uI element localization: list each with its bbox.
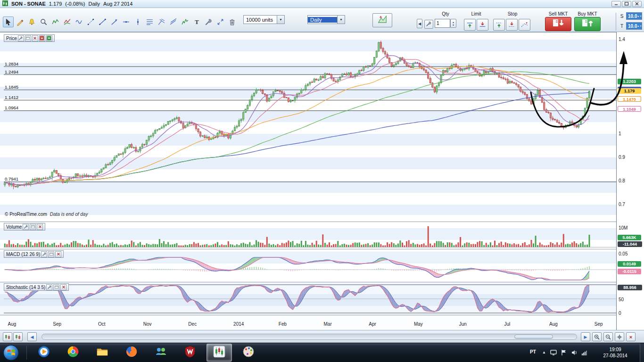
- taskbar-clock[interactable]: 19:09 27-08-2014: [593, 346, 637, 359]
- price-buy-shortcut-icon[interactable]: [46, 35, 52, 41]
- crosshair-button[interactable]: [615, 332, 624, 341]
- chart-pane-volume[interactable]: [0, 222, 616, 248]
- tool-wave-icon[interactable]: [74, 16, 84, 27]
- stop-offset-input[interactable]: 10.0▲▼: [626, 12, 642, 20]
- volume-settings-button[interactable]: [23, 224, 29, 230]
- taskbar-app-explorer[interactable]: [90, 344, 115, 362]
- close-button[interactable]: [632, 1, 642, 7]
- tool-alert-icon[interactable]: [26, 16, 37, 27]
- tool-channel-icon[interactable]: [168, 16, 179, 27]
- buy-market-button[interactable]: [574, 17, 601, 31]
- zoom-in-button[interactable]: [592, 332, 602, 341]
- taskbar-app-firefox[interactable]: [119, 344, 144, 362]
- price-axis[interactable]: 10M 5.663K -11.044 0.05 0.0149 -0.0115 8…: [616, 32, 644, 330]
- stochastic-settings-button[interactable]: [46, 284, 52, 290]
- tool-trend-dotted-icon[interactable]: [85, 16, 96, 27]
- taskbar-divider: [26, 346, 27, 360]
- taskbar-app-mcafee[interactable]: [177, 344, 203, 362]
- show-desktop-button[interactable]: [640, 343, 644, 362]
- tool-pencil-icon[interactable]: [15, 16, 25, 27]
- zoom-out-button[interactable]: [603, 332, 613, 341]
- units-select[interactable]: 10000 units ▼: [243, 15, 285, 24]
- tray-speaker-icon[interactable]: [570, 349, 578, 356]
- price-axis-badge: 1.2203: [618, 79, 641, 84]
- chart-scrollbar-thumb[interactable]: [514, 335, 553, 339]
- tool-text-icon[interactable]: T: [191, 16, 202, 27]
- sell-stop-button[interactable]: [506, 19, 518, 31]
- start-button[interactable]: [3, 345, 19, 362]
- scroll-right-button[interactable]: ▶: [581, 332, 590, 341]
- buy-limit-button[interactable]: [464, 19, 476, 31]
- trade-settings-button[interactable]: [424, 20, 433, 29]
- chrome-icon: [66, 345, 80, 361]
- tool-pitchfork-icon[interactable]: [156, 16, 167, 27]
- app-icon: [2, 0, 8, 7]
- tool-trendline-icon[interactable]: [97, 16, 108, 27]
- price-sell-shortcut-icon[interactable]: [39, 35, 45, 41]
- sell-limit-button[interactable]: [477, 19, 488, 31]
- svg-text:T: T: [195, 19, 199, 25]
- tool-trash-icon[interactable]: [227, 16, 238, 27]
- taskbar-app-paint[interactable]: [236, 344, 261, 362]
- tool-zoom-icon[interactable]: [38, 16, 49, 27]
- tool-zigzag-multi-icon[interactable]: [50, 16, 61, 27]
- chart-style-button[interactable]: [372, 13, 392, 27]
- tray-monitor-icon[interactable]: [550, 349, 557, 356]
- tool-wrench-icon[interactable]: [203, 16, 214, 27]
- tray-expand-icon[interactable]: ▲: [542, 350, 546, 354]
- taskbar-app-prorealtime[interactable]: [206, 344, 232, 362]
- chart-style-icon: [377, 14, 388, 26]
- price-axis-badge: 1.1049: [618, 106, 641, 112]
- taskbar-app-messenger[interactable]: [148, 344, 173, 362]
- chart-pane-price[interactable]: [0, 32, 616, 220]
- mcafee-icon: [183, 345, 197, 361]
- minimize-button[interactable]: [611, 1, 621, 7]
- stochastic-detach-button[interactable]: [53, 284, 59, 290]
- tray-flag-icon[interactable]: [560, 349, 568, 356]
- volume-close-button[interactable]: [37, 224, 43, 230]
- stochastic-close-button[interactable]: [60, 284, 66, 290]
- tool-hline-icon[interactable]: [121, 16, 132, 27]
- macd-settings-button[interactable]: [41, 251, 47, 257]
- macd-close-button[interactable]: [55, 251, 61, 257]
- language-indicator[interactable]: PT: [530, 349, 536, 354]
- tool-elliott-icon[interactable]: [180, 16, 190, 27]
- tray-network-icon[interactable]: [581, 349, 588, 356]
- price-settings-button[interactable]: [18, 35, 24, 41]
- trailing-stop-button[interactable]: [519, 19, 530, 31]
- chart-pane-macd[interactable]: [0, 249, 616, 281]
- tool-vline-icon[interactable]: [132, 16, 143, 27]
- sell-market-button[interactable]: [545, 17, 571, 31]
- tool-arrows-icon[interactable]: [215, 16, 226, 27]
- x-axis-month-label: Nov: [143, 321, 152, 327]
- collapse-trade-panel-button[interactable]: ◀: [417, 19, 422, 28]
- price-close-button[interactable]: [32, 35, 38, 41]
- chart-scrollbar[interactable]: [41, 334, 577, 340]
- price-detach-button[interactable]: [25, 35, 31, 41]
- buy-stop-button[interactable]: [493, 19, 505, 31]
- qty-stepper[interactable]: ▲▼: [450, 19, 456, 28]
- tool-zigzag-rg-icon[interactable]: [62, 16, 73, 27]
- taskbar-app-chrome[interactable]: [60, 344, 86, 362]
- stochastic-last-badge: 88.956: [618, 285, 642, 290]
- chevron-down-icon[interactable]: ▼: [337, 16, 345, 24]
- target-offset-input[interactable]: 10.0▲▼: [626, 22, 642, 30]
- copyright-note: © ProRealTime.comData is end of day: [5, 212, 88, 217]
- candle-zoom-preset-button[interactable]: [13, 332, 23, 341]
- reset-zoom-button[interactable]: ×: [626, 332, 636, 341]
- chevron-down-icon[interactable]: ▼: [277, 16, 284, 24]
- volume-detach-button[interactable]: [30, 224, 36, 230]
- taskbar-app-media-player[interactable]: [31, 344, 57, 362]
- tool-cursor-icon[interactable]: [3, 16, 14, 27]
- tool-ray-icon[interactable]: [109, 16, 120, 27]
- maximize-button[interactable]: [622, 1, 631, 7]
- explorer-icon: [95, 345, 109, 361]
- scroll-left-button[interactable]: ◀: [27, 332, 37, 341]
- chart-pane-stochastic[interactable]: [0, 282, 616, 315]
- prorealtime-icon: [212, 345, 226, 361]
- macd-detach-button[interactable]: [48, 251, 54, 257]
- qty-input[interactable]: 1: [435, 19, 450, 28]
- candle-display-button[interactable]: [3, 332, 12, 341]
- tool-fibonacci-icon[interactable]: [144, 16, 155, 27]
- timeframe-select[interactable]: Daily ▼: [307, 15, 345, 24]
